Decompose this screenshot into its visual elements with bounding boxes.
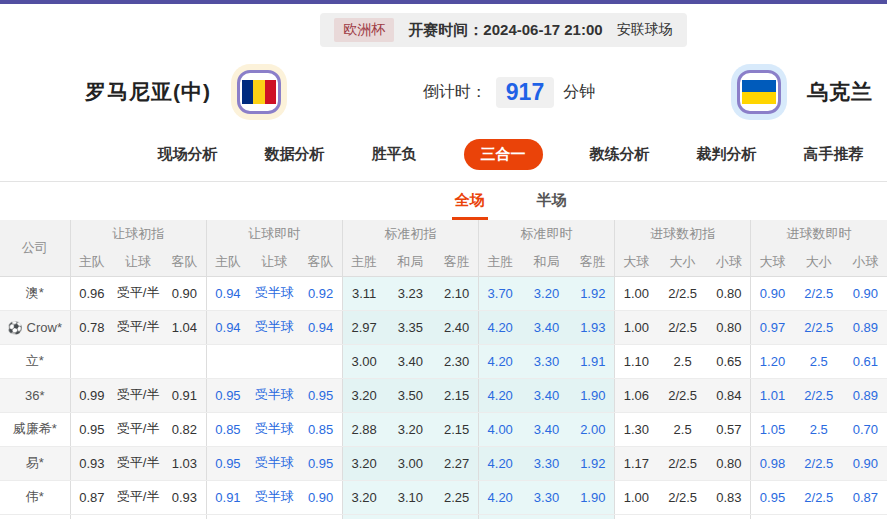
odds-cell: 3.30 — [521, 446, 571, 480]
col-header-handicap-initial-2: 客队 — [163, 248, 206, 276]
tab-referee-analysis[interactable]: 裁判分析 — [697, 140, 757, 169]
odds-cell: 1.90 — [572, 480, 615, 514]
odds-cell: 0.90 — [751, 276, 794, 310]
odds-cell: 2.15 — [435, 412, 478, 446]
odds-cell — [206, 514, 249, 519]
col-header-handicap-initial-0: 主队 — [70, 248, 113, 276]
league-badge: 欧洲杯 — [334, 18, 394, 42]
odds-cell: 2/2.5 — [794, 276, 844, 310]
odds-cell — [163, 344, 206, 378]
tab-data-analysis[interactable]: 数据分析 — [265, 140, 325, 169]
tab-half-match[interactable]: 半场 — [534, 191, 570, 220]
odds-cell: 2/2.5 — [658, 480, 708, 514]
odds-cell: 2.15 — [435, 378, 478, 412]
odds-cell: 0.94 — [206, 310, 249, 344]
company-cell[interactable]: ⚽Crow* — [0, 310, 70, 344]
company-cell[interactable]: 威廉希* — [0, 412, 70, 446]
odds-cell: 3.20 — [342, 480, 385, 514]
odds-cell: 1.04 — [163, 310, 206, 344]
odds-cell: 0.96 — [70, 276, 113, 310]
odds-cell — [249, 514, 299, 519]
romania-flag-icon — [237, 70, 281, 114]
col-header-goals-initial-1: 大小 — [658, 248, 708, 276]
odds-cell: 0.95 — [299, 446, 342, 480]
col-header-goals-live-1: 大小 — [794, 248, 844, 276]
away-team-name: 乌克兰 — [807, 78, 873, 106]
col-header-standard-initial-1: 和局 — [385, 248, 435, 276]
odds-cell: 受半球 — [249, 412, 299, 446]
odds-cell: 4.20 — [478, 378, 521, 412]
table-row: 伟*0.87受平/半0.930.91受半球0.903.203.102.254.2… — [0, 480, 887, 514]
odds-cell: 0.90 — [844, 446, 887, 480]
odds-cell: 1.20 — [751, 344, 794, 378]
odds-cell — [385, 514, 435, 519]
odds-cell: 0.95 — [299, 378, 342, 412]
countdown-unit: 分钟 — [563, 82, 595, 103]
company-cell[interactable]: 伟* — [0, 480, 70, 514]
odds-cell: 0.93 — [163, 480, 206, 514]
odds-cell: 1.92 — [572, 446, 615, 480]
group-header-goals-initial: 进球数初指 — [615, 220, 751, 248]
tab-three-in-one[interactable]: 三合一 — [464, 139, 543, 170]
odds-cell: 0.80 — [708, 276, 751, 310]
col-header-goals-initial-0: 大球 — [615, 248, 658, 276]
match-info-section: 欧洲杯 开赛时间：2024-06-17 21:00 安联球场 — [0, 4, 887, 54]
odds-cell: 3.40 — [521, 310, 571, 344]
odds-cell: 2/2.5 — [658, 446, 708, 480]
odds-cell: 3.40 — [521, 378, 571, 412]
odds-cell: 0.95 — [70, 412, 113, 446]
odds-cell: 1.00 — [615, 310, 658, 344]
odds-cell — [163, 514, 206, 519]
odds-cell: 1.00 — [615, 276, 658, 310]
col-header-standard-live-1: 和局 — [521, 248, 571, 276]
tab-coach-analysis[interactable]: 教练分析 — [590, 140, 650, 169]
odds-cell: 3.20 — [342, 446, 385, 480]
odds-cell: 2/2.5 — [658, 310, 708, 344]
odds-cell: 3.70 — [478, 276, 521, 310]
odds-cell: 3.50 — [385, 378, 435, 412]
company-cell[interactable]: 澳* — [0, 276, 70, 310]
company-name: Crow* — [27, 320, 62, 335]
countdown-label: 倒计时： — [423, 82, 487, 103]
company-cell[interactable]: 36* — [0, 378, 70, 412]
odds-cell — [658, 514, 708, 519]
odds-cell: 3.30 — [521, 480, 571, 514]
table-row — [0, 514, 887, 519]
odds-cell: 3.11 — [342, 276, 385, 310]
odds-cell: 0.94 — [299, 310, 342, 344]
odds-cell — [299, 344, 342, 378]
odds-cell: 1.92 — [572, 276, 615, 310]
company-name: 澳* — [26, 285, 44, 300]
odds-cell: 4.20 — [478, 446, 521, 480]
odds-cell: 0.57 — [708, 412, 751, 446]
tab-full-match[interactable]: 全场 — [452, 191, 488, 220]
odds-cell: 0.83 — [708, 480, 751, 514]
col-header-handicap-live-2: 客队 — [299, 248, 342, 276]
odds-cell — [794, 514, 844, 519]
odds-cell: 2.5 — [794, 344, 844, 378]
odds-cell: 2/2.5 — [658, 378, 708, 412]
odds-cell — [572, 514, 615, 519]
odds-cell — [708, 514, 751, 519]
company-name: 易* — [26, 455, 44, 470]
company-name: 36* — [25, 388, 45, 403]
odds-cell: 受平/半 — [113, 378, 163, 412]
odds-cell: 1.91 — [572, 344, 615, 378]
odds-cell: 2.88 — [342, 412, 385, 446]
tab-win-draw-loss[interactable]: 胜平负 — [372, 140, 417, 169]
odds-cell: 2/2.5 — [658, 276, 708, 310]
company-cell[interactable]: 易* — [0, 446, 70, 480]
odds-cell — [844, 514, 887, 519]
odds-cell: 0.65 — [708, 344, 751, 378]
odds-cell — [521, 514, 571, 519]
col-header-handicap-live-0: 主队 — [206, 248, 249, 276]
group-header-standard-live: 标准即时 — [478, 220, 614, 248]
odds-cell: 0.89 — [844, 378, 887, 412]
odds-cell: 受半球 — [249, 480, 299, 514]
odds-cell — [751, 514, 794, 519]
tab-live-analysis[interactable]: 现场分析 — [158, 140, 218, 169]
tab-expert-picks[interactable]: 高手推荐 — [804, 140, 864, 169]
company-cell[interactable]: 立* — [0, 344, 70, 378]
odds-cell: 3.40 — [521, 412, 571, 446]
odds-cell: 2.5 — [658, 412, 708, 446]
